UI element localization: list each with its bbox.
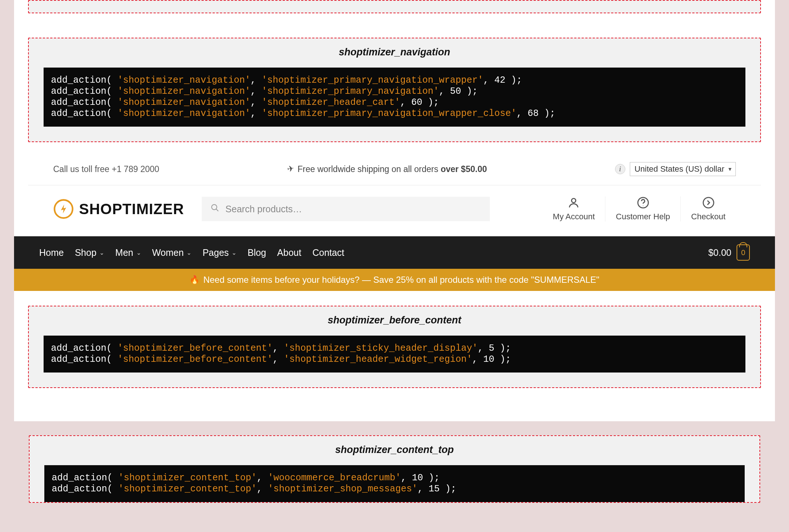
chevron-down-icon: ⌄	[187, 249, 191, 256]
chevron-right-circle-icon	[702, 196, 715, 209]
nav-items: Home Shop⌄ Men⌄ Women⌄ Pages⌄ Blog About…	[39, 247, 344, 258]
topbar-right: i United States (US) dollar	[615, 162, 736, 176]
promo-text: Need some items before your holidays? — …	[203, 275, 599, 285]
svg-point-6	[703, 198, 713, 208]
svg-point-3	[572, 199, 576, 203]
info-icon[interactable]: i	[615, 164, 625, 174]
code-block-navigation: add_action( 'shoptimizer_navigation', 's…	[44, 68, 745, 127]
nav-item-pages[interactable]: Pages⌄	[202, 247, 236, 258]
hook-box-empty	[28, 0, 761, 13]
topbar-phone: Call us toll free +1 789 2000	[53, 164, 159, 174]
logo-text: SHOPTIMIZER	[79, 201, 184, 217]
nav-item-blog[interactable]: Blog	[247, 247, 266, 258]
svg-point-1	[212, 205, 217, 210]
checkout-link[interactable]: Checkout	[680, 196, 736, 222]
nav-item-women[interactable]: Women⌄	[152, 247, 192, 258]
chevron-down-icon: ⌄	[99, 249, 104, 256]
hook-box-navigation: shoptimizer_navigation add_action( 'shop…	[28, 38, 761, 142]
nav-item-contact[interactable]: Contact	[312, 247, 344, 258]
topbar-shipping: ✈ Free worldwide shipping on all orders …	[287, 164, 487, 174]
code-block-content-top: add_action( 'shoptimizer_content_top', '…	[44, 465, 745, 502]
header-cart[interactable]: $0.00 0	[708, 244, 750, 261]
my-account-label: My Account	[553, 212, 595, 222]
code-block-before-content: add_action( 'shoptimizer_before_content'…	[44, 336, 745, 373]
chevron-down-icon: ⌄	[232, 249, 236, 256]
header-row: SHOPTIMIZER Search products… My Account …	[28, 185, 761, 236]
cart-total: $0.00	[708, 247, 731, 258]
search-input[interactable]: Search products…	[202, 197, 490, 221]
nav-item-men[interactable]: Men⌄	[115, 247, 141, 258]
customer-help-label: Customer Help	[616, 212, 670, 222]
topbar-shipping-bold: over $50.00	[441, 164, 487, 174]
customer-help-link[interactable]: Customer Help	[605, 196, 680, 222]
currency-select[interactable]: United States (US) dollar	[630, 162, 736, 176]
plane-icon: ✈	[286, 164, 294, 175]
nav-item-about[interactable]: About	[277, 247, 301, 258]
svg-point-5	[643, 206, 643, 206]
checkout-label: Checkout	[691, 212, 725, 222]
hook-box-before-content: shoptimizer_before_content add_action( '…	[28, 306, 761, 388]
promo-bar: 🔥 Need some items before your holidays? …	[14, 269, 775, 291]
cart-icon: 0	[737, 244, 750, 261]
fire-icon: 🔥	[189, 275, 199, 285]
hook-title: shoptimizer_content_top	[44, 444, 745, 456]
user-icon	[567, 196, 580, 209]
logo[interactable]: SHOPTIMIZER	[53, 199, 184, 219]
primary-navigation: Home Shop⌄ Men⌄ Women⌄ Pages⌄ Blog About…	[14, 236, 775, 269]
hook-box-content-top: shoptimizer_content_top add_action( 'sho…	[29, 435, 760, 503]
hook-title: shoptimizer_before_content	[44, 315, 745, 326]
svg-line-2	[216, 209, 218, 211]
search-icon	[211, 203, 219, 214]
hook-title: shoptimizer_navigation	[44, 47, 745, 58]
header-icons: My Account Customer Help Checkout	[543, 196, 736, 222]
my-account-link[interactable]: My Account	[543, 196, 605, 222]
search-placeholder: Search products…	[225, 204, 302, 214]
help-icon	[637, 196, 649, 209]
chevron-down-icon: ⌄	[136, 249, 141, 256]
cart-count: 0	[741, 248, 745, 257]
nav-item-shop[interactable]: Shop⌄	[75, 247, 104, 258]
topbar: Call us toll free +1 789 2000 ✈ Free wor…	[28, 153, 761, 185]
nav-item-home[interactable]: Home	[39, 247, 64, 258]
logo-icon	[53, 199, 74, 219]
topbar-shipping-prefix: Free worldwide shipping on all orders	[298, 164, 441, 174]
